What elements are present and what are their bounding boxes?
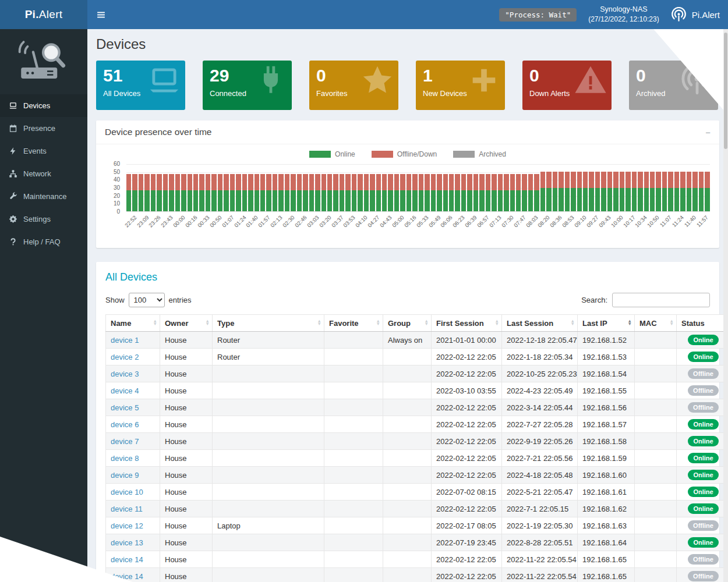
mac-cell bbox=[635, 484, 677, 501]
favorite-cell bbox=[324, 382, 383, 399]
mac-cell bbox=[635, 382, 677, 399]
summary-box-connected[interactable]: 29Connected bbox=[203, 61, 292, 110]
page-length-control: Show 100 entries bbox=[105, 293, 192, 307]
presence-bar bbox=[291, 174, 295, 211]
scrollbar-thumb[interactable] bbox=[724, 33, 727, 149]
device-link[interactable]: device 9 bbox=[111, 471, 139, 480]
column-header-favorite[interactable]: Favorite▲▼ bbox=[324, 315, 383, 332]
legend-item-offline-down[interactable]: Offline/Down bbox=[372, 150, 437, 158]
first-session-cell: 2022-02-12 22:05 bbox=[432, 467, 502, 484]
last-session-cell: 2022-8-28 22:05.51 bbox=[502, 534, 578, 551]
sidebar-item-presence[interactable]: Presence bbox=[0, 117, 87, 140]
device-link[interactable]: device 5 bbox=[111, 403, 139, 412]
x-axis-tick: 08:53 bbox=[564, 214, 577, 241]
device-link[interactable]: device 13 bbox=[111, 538, 143, 547]
first-session-cell: 2022-07-02 08:15 bbox=[432, 484, 502, 501]
favorite-cell bbox=[324, 484, 383, 501]
presence-bar bbox=[224, 174, 228, 211]
sidebar-item-network[interactable]: Network bbox=[0, 162, 87, 185]
presence-bar bbox=[126, 174, 131, 211]
app-logo[interactable]: Pi.Alert bbox=[0, 0, 87, 29]
group-cell bbox=[383, 501, 432, 517]
legend-item-archived[interactable]: Archived bbox=[453, 150, 506, 158]
brand-link[interactable]: Pi.Alert bbox=[671, 7, 720, 23]
presence-bar bbox=[169, 174, 174, 211]
column-header-last-ip[interactable]: Last IP▲▼ bbox=[578, 315, 635, 332]
summary-boxes: 51All Devices29Connected0Favorites1New D… bbox=[96, 61, 719, 110]
column-header-last-session[interactable]: Last Session▲▼ bbox=[502, 315, 578, 332]
table-row: device 13House2022-07-19 23:452022-8-28 … bbox=[106, 534, 728, 551]
star-icon bbox=[361, 63, 394, 97]
table-row: device 5House2022-02-12 22:052022-3-14 2… bbox=[106, 399, 728, 416]
first-session-cell: 2022-03-10 03:55 bbox=[432, 382, 502, 399]
last-ip-cell: 192.168.1.62 bbox=[578, 501, 635, 517]
column-header-owner[interactable]: Owner▲▼ bbox=[160, 315, 213, 332]
favorite-cell bbox=[324, 399, 383, 416]
sidebar-item-maintenance[interactable]: Maintenance bbox=[0, 185, 87, 208]
presence-bar bbox=[321, 174, 326, 211]
status-cell: Online bbox=[677, 332, 728, 349]
sidebar-item-devices[interactable]: Devices bbox=[0, 94, 87, 117]
column-header-label: Status bbox=[681, 319, 705, 328]
device-link[interactable]: device 4 bbox=[111, 386, 139, 395]
summary-box-archived[interactable]: 0Archived bbox=[629, 61, 718, 110]
summary-box-new-devices[interactable]: 1New Devices bbox=[416, 61, 505, 110]
status-badge: Offline bbox=[688, 571, 719, 581]
sidebar-item-events[interactable]: Events bbox=[0, 140, 87, 162]
device-link[interactable]: device 2 bbox=[111, 353, 139, 361]
summary-box-favorites[interactable]: 0Favorites bbox=[309, 61, 398, 110]
all-devices-panel: All Devices Show 100 entries Search: Nam… bbox=[96, 262, 719, 582]
chart-x-axis: 22:5223:0923:2623:4300:0000:1600:3300:50… bbox=[126, 214, 710, 241]
device-link[interactable]: device 7 bbox=[111, 437, 139, 446]
column-header-mac[interactable]: MAC▲▼ bbox=[635, 315, 677, 332]
table-row: device 2HouseRouter2022-02-12 22:052022-… bbox=[106, 349, 728, 365]
x-axis-tick: 05:00 bbox=[394, 214, 406, 241]
page-length-select[interactable]: 100 bbox=[129, 293, 165, 307]
column-header-name[interactable]: Name▲▼ bbox=[106, 315, 160, 332]
summary-box-down-alerts[interactable]: 0Down Alerts bbox=[522, 61, 612, 110]
device-link[interactable]: device 11 bbox=[111, 505, 143, 513]
presence-bar bbox=[692, 172, 697, 211]
device-link[interactable]: device 10 bbox=[111, 488, 143, 496]
column-header-label: MAC bbox=[639, 319, 657, 328]
device-name-cell: device 10 bbox=[106, 484, 160, 501]
device-link[interactable]: device 8 bbox=[111, 454, 139, 463]
device-link[interactable]: device 3 bbox=[111, 370, 139, 378]
chart-panel-body: OnlineOffline/DownArchived 0102030405060… bbox=[96, 144, 719, 248]
vertical-scrollbar[interactable] bbox=[723, 29, 728, 582]
y-axis-tick: 0 bbox=[116, 209, 120, 215]
column-header-type[interactable]: Type▲▼ bbox=[213, 315, 324, 332]
top-navbar: Pi.Alert "Process: Wait" Synology-NAS (2… bbox=[0, 0, 728, 29]
search-input[interactable] bbox=[612, 293, 710, 307]
sidebar-toggle-button[interactable] bbox=[87, 0, 114, 29]
column-header-group[interactable]: Group▲▼ bbox=[383, 315, 432, 332]
mac-cell bbox=[635, 501, 677, 517]
last-ip-cell: 192.168.1.65 bbox=[578, 551, 635, 568]
column-header-first-session[interactable]: First Session▲▼ bbox=[432, 315, 502, 332]
device-link[interactable]: device 14 bbox=[111, 572, 143, 581]
sidebar-item-help-faq[interactable]: Help / FAQ bbox=[0, 230, 87, 253]
legend-item-online[interactable]: Online bbox=[309, 150, 355, 158]
presence-bar bbox=[163, 174, 168, 211]
device-link[interactable]: device 1 bbox=[111, 336, 139, 345]
collapse-icon[interactable]: − bbox=[705, 128, 711, 137]
device-link[interactable]: device 14 bbox=[111, 555, 143, 564]
mac-cell bbox=[635, 332, 677, 349]
type-cell bbox=[213, 450, 324, 467]
y-axis-tick: 50 bbox=[114, 169, 120, 175]
favorite-cell bbox=[324, 551, 383, 568]
sidebar-item-settings[interactable]: Settings bbox=[0, 208, 87, 230]
owner-cell: House bbox=[160, 501, 213, 517]
summary-box-all-devices[interactable]: 51All Devices bbox=[96, 61, 185, 110]
column-header-status[interactable]: Status▲▼ bbox=[677, 315, 728, 332]
device-link[interactable]: device 6 bbox=[111, 420, 139, 429]
group-cell bbox=[383, 450, 432, 467]
device-link[interactable]: device 12 bbox=[111, 521, 143, 530]
chart-panel-header: Device presence over time − bbox=[96, 120, 719, 144]
presence-bar bbox=[139, 174, 143, 211]
status-badge: Online bbox=[688, 352, 718, 362]
presence-bar bbox=[674, 172, 679, 211]
group-cell bbox=[383, 467, 432, 484]
first-session-cell: 2022-02-12 22:05 bbox=[432, 399, 502, 416]
x-axis-tick: 11:57 bbox=[698, 214, 710, 241]
